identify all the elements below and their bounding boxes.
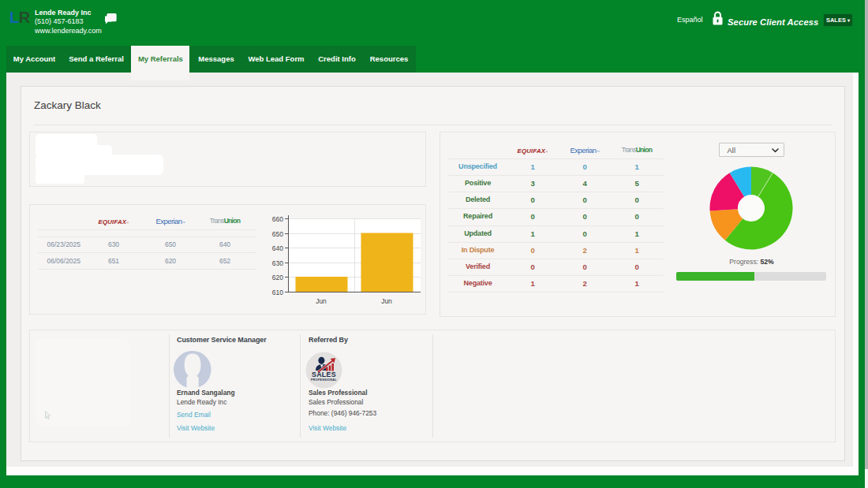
svg-text:610: 610 bbox=[272, 289, 283, 296]
svg-text:Jun: Jun bbox=[316, 297, 327, 305]
svg-text:PROFESSIONAL: PROFESSIONAL bbox=[311, 378, 337, 382]
svg-text:640: 640 bbox=[272, 244, 283, 252]
svg-text:SALES: SALES bbox=[312, 371, 336, 378]
svg-text:Jun: Jun bbox=[381, 297, 392, 305]
svg-text:650: 650 bbox=[272, 230, 283, 238]
svg-text:620: 620 bbox=[272, 274, 283, 281]
svg-text:630: 630 bbox=[272, 259, 283, 267]
svg-text:660: 660 bbox=[272, 215, 283, 223]
